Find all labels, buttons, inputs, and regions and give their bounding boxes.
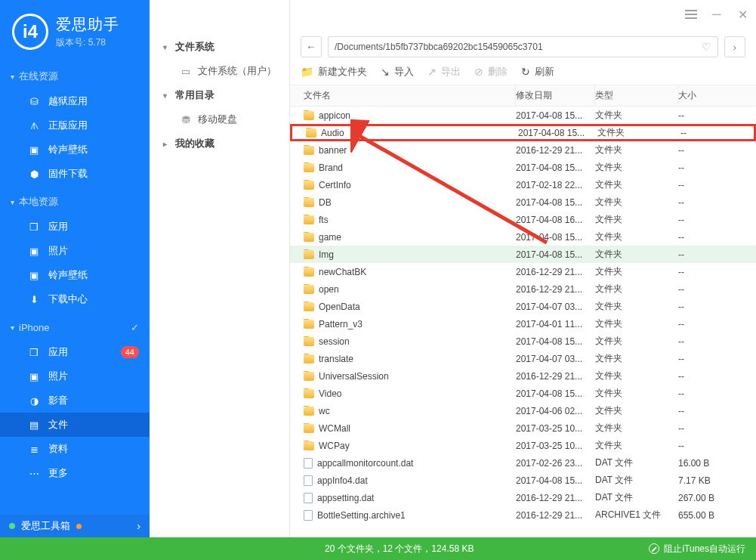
table-row[interactable]: session2017-04-08 15...文件夹-- <box>290 333 756 350</box>
minimize-button[interactable]: ─ <box>709 7 724 22</box>
table-row[interactable]: Brand2017-04-08 15...文件夹-- <box>290 159 756 176</box>
table-row[interactable]: WCMall2017-03-25 10...文件夹-- <box>290 419 756 437</box>
table-row[interactable]: appicon2017-04-08 15...文件夹-- <box>290 107 756 124</box>
refresh-button[interactable]: ↻刷新 <box>521 65 554 79</box>
table-row[interactable]: appsetting.dat2016-12-29 21...DAT 文件267.… <box>290 489 756 506</box>
sidebar-item-ringtones-wallpapers[interactable]: ▣铃声壁纸 <box>0 138 150 162</box>
status-dot-icon <box>9 523 15 529</box>
file-size: -- <box>680 128 754 138</box>
toolbar-label: 删除 <box>488 65 508 79</box>
sidebar-item-iphone-photos[interactable]: ▣照片 <box>0 364 150 388</box>
table-row[interactable]: translate2017-04-07 03...文件夹-- <box>290 350 756 367</box>
sidebar-item-local-ringtones[interactable]: ▣铃声壁纸 <box>0 263 150 287</box>
sidebar-footer-toolbox[interactable]: 爱思工具箱 › <box>0 515 150 537</box>
cube-icon: ⛁ <box>27 96 41 107</box>
toolbar-label: 新建文件夹 <box>318 65 367 79</box>
table-row[interactable]: wc2017-04-06 02...文件夹-- <box>290 402 756 419</box>
sidebar-item-iphone-apps[interactable]: ❒ 应用 44 <box>0 340 150 364</box>
file-name: open <box>319 284 339 295</box>
sidebar-item-official-apps[interactable]: ⩚正版应用 <box>0 113 150 138</box>
delete-icon: ⊘ <box>474 66 483 78</box>
sidebar-item-jailbreak-apps[interactable]: ⛁越狱应用 <box>0 89 150 113</box>
import-button[interactable]: ↘导入 <box>381 65 414 79</box>
file-date: 2017-04-08 15... <box>516 197 595 208</box>
file-name: fts <box>319 215 329 225</box>
folder-icon <box>304 441 314 450</box>
brand: i4 爱思助手 版本号: 5.78 <box>0 0 150 60</box>
table-row[interactable]: appcallmonitorcount.dat2017-02-26 23...D… <box>290 454 756 472</box>
file-type: 文件夹 <box>595 265 678 278</box>
media-icon: ▣ <box>27 144 41 156</box>
sidebar-item-label: 越狱应用 <box>48 94 88 108</box>
table-row[interactable]: banner2016-12-29 21...文件夹-- <box>290 141 756 159</box>
favorite-icon[interactable]: ♡ <box>702 41 711 53</box>
table-row[interactable]: Audio2017-04-08 15...文件夹-- <box>290 124 756 141</box>
column-header-date[interactable]: 修改日期 <box>516 85 595 106</box>
video-icon: ◑ <box>27 395 41 407</box>
path-input[interactable]: /Documents/1b5fb737bbca69202bc15459065c3… <box>328 36 718 57</box>
sidebar-item-iphone-data[interactable]: ≣资料 <box>0 437 150 461</box>
table-row[interactable]: BottleSetting.archive12016-12-29 21...AR… <box>290 506 756 524</box>
tree-group-common-dirs[interactable]: ▾ 常用目录 <box>150 83 289 107</box>
file-name: session <box>319 336 350 347</box>
sidebar-item-local-apps[interactable]: ❒应用 <box>0 215 150 239</box>
table-row[interactable]: fts2017-04-08 16...文件夹-- <box>290 211 756 228</box>
file-size: -- <box>678 406 756 416</box>
file-date: 2017-04-08 15... <box>516 110 595 121</box>
file-icon <box>304 458 313 469</box>
grid-icon: ❒ <box>27 347 41 358</box>
forward-button[interactable]: › <box>724 36 745 57</box>
table-row[interactable]: Video2017-04-08 15...文件夹-- <box>290 385 756 402</box>
table-row[interactable]: Pattern_v32017-04-01 11...文件夹-- <box>290 315 756 333</box>
tree-item-label: 文件系统（用户） <box>198 64 276 78</box>
table-row[interactable]: appInfo4.dat2017-04-08 15...DAT 文件7.17 K… <box>290 472 756 489</box>
folder-icon <box>306 128 316 138</box>
table-row[interactable]: DB2017-04-08 15...文件夹-- <box>290 193 756 211</box>
close-button[interactable]: ✕ <box>735 7 750 22</box>
file-date: 2016-12-29 21... <box>516 510 595 521</box>
status-bar: 20 个文件夹，12 个文件，124.58 KB 阻止iTunes自动运行 <box>0 537 756 560</box>
menu-icon[interactable] <box>683 7 699 22</box>
sidebar-item-iphone-media[interactable]: ◑影音 <box>0 388 150 413</box>
file-type: 文件夹 <box>595 335 678 348</box>
column-header-type[interactable]: 类型 <box>595 85 678 106</box>
tree-item-label: 常用目录 <box>175 88 214 102</box>
sidebar-item-firmware[interactable]: ⬢固件下载 <box>0 162 150 186</box>
sidebar-item-local-photos[interactable]: ▣照片 <box>0 239 150 263</box>
tree-item-user-filesystem[interactable]: ▭ 文件系统（用户） <box>150 59 289 83</box>
column-header-size[interactable]: 大小 <box>678 85 756 106</box>
table-row[interactable]: newChatBK2016-12-29 21...文件夹-- <box>290 263 756 280</box>
file-name: UniversalSession <box>319 371 389 382</box>
sidebar-section-online[interactable]: ▾ 在线资源 <box>0 63 150 89</box>
sidebar-item-label: 影音 <box>48 394 68 407</box>
table-row[interactable]: Img2017-04-08 15...文件夹-- <box>290 246 756 263</box>
sidebar-item-iphone-more[interactable]: ⋯更多 <box>0 461 150 485</box>
new-folder-button[interactable]: 📁新建文件夹 <box>301 65 367 79</box>
table-row[interactable]: game2017-04-08 15...文件夹-- <box>290 228 756 246</box>
table-row[interactable]: open2016-12-29 21...文件夹-- <box>290 280 756 298</box>
file-date: 2017-04-08 16... <box>516 215 595 225</box>
sidebar-item-label: 正版应用 <box>48 119 88 132</box>
tree-root-filesystem[interactable]: ▾ 文件系统 <box>150 35 289 59</box>
file-name: newChatBK <box>319 267 366 277</box>
sidebar-section-local[interactable]: ▾ 本地资源 <box>0 189 150 215</box>
sidebar-item-iphone-files[interactable]: ▤文件 <box>0 413 150 437</box>
file-size: 7.17 KB <box>678 475 756 486</box>
file-name: CertInfo <box>319 180 351 190</box>
file-type: 文件夹 <box>595 161 678 174</box>
sidebar-section-iphone[interactable]: ▾ iPhone ✓ <box>0 314 150 340</box>
table-row[interactable]: CertInfo2017-02-18 22...文件夹-- <box>290 176 756 193</box>
table-row[interactable]: OpenData2017-04-07 03...文件夹-- <box>290 298 756 315</box>
file-name: WCPay <box>319 441 350 451</box>
chart-icon: ⩚ <box>27 120 41 131</box>
tree-item-mobile-disk[interactable]: ⛃ 移动硬盘 <box>150 107 289 131</box>
table-row[interactable]: UniversalSession2016-12-29 21...文件夹-- <box>290 367 756 385</box>
column-header-name[interactable]: 文件名 <box>290 85 516 106</box>
back-button[interactable]: ← <box>301 36 322 57</box>
table-row[interactable]: WCPay2017-03-25 10...文件夹-- <box>290 437 756 454</box>
sidebar-item-downloads[interactable]: ⬇下载中心 <box>0 287 150 311</box>
path-value: /Documents/1b5fb737bbca69202bc15459065c3… <box>335 42 543 52</box>
more-icon: ⋯ <box>27 468 41 479</box>
tree-group-favorites[interactable]: ▸ 我的收藏 <box>150 131 289 156</box>
status-itunes-block[interactable]: 阻止iTunes自动运行 <box>649 543 756 555</box>
